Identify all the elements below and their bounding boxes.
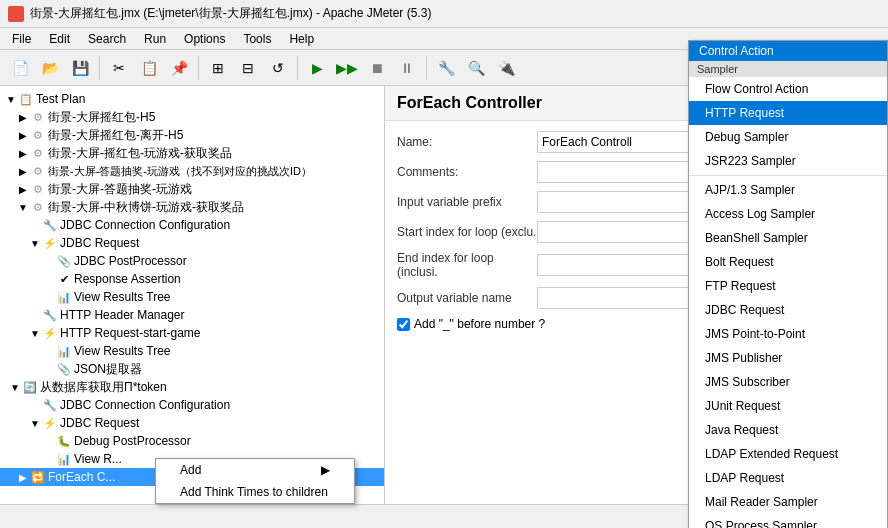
plan-icon: 📋 [18, 91, 34, 107]
remote-button[interactable]: 🔌 [492, 54, 520, 82]
java-request-item[interactable]: Java Request [689, 418, 887, 442]
tree-item-http-req-start[interactable]: ▼ ⚡ HTTP Request-start-game [0, 324, 384, 342]
tree-item-json-extract[interactable]: ▶ 📎 JSON提取器 [0, 360, 384, 378]
os-process-item[interactable]: OS Process Sampler [689, 514, 887, 528]
cut-button[interactable]: ✂ [105, 54, 133, 82]
save-button[interactable]: 💾 [66, 54, 94, 82]
tree-item-response-assert[interactable]: ▶ ✔ Response Assertion [0, 270, 384, 288]
reset-button[interactable]: ↺ [264, 54, 292, 82]
menu-sep-1 [689, 175, 887, 176]
junit-request-item[interactable]: JUnit Request [689, 394, 887, 418]
start-no-pause-button[interactable]: ▶▶ [333, 54, 361, 82]
expander-5[interactable]: ▶ [16, 182, 30, 196]
tree-item-jdbc-conn2[interactable]: ▶ 🔧 JDBC Connection Configuration [0, 396, 384, 414]
post-icon-2: 📎 [56, 361, 72, 377]
tree-item-6[interactable]: ▼ ⚙ 街景-大屏-中秋博饼-玩游戏-获取奖品 [0, 198, 384, 216]
sampler-submenu[interactable]: Control Action Sampler Flow Control Acti… [688, 40, 888, 528]
expander-db-extract[interactable]: ▼ [8, 380, 22, 394]
menu-options[interactable]: Options [176, 30, 233, 48]
run-button[interactable]: ▶ [303, 54, 331, 82]
config-icon-3: 🔧 [42, 397, 58, 413]
jms-point-item[interactable]: JMS Point-to-Point [689, 322, 887, 346]
ldap-request-item[interactable]: LDAP Request [689, 466, 887, 490]
expander-test-plan[interactable]: ▼ [4, 92, 18, 106]
tree-item-5[interactable]: ▶ ⚙ 街景-大屏-答题抽奖-玩游戏 [0, 180, 384, 198]
tree-item-jdbc-req2[interactable]: ▼ ⚡ JDBC Request [0, 414, 384, 432]
menu-file[interactable]: File [4, 30, 39, 48]
menu-tools[interactable]: Tools [235, 30, 279, 48]
tree-item-jdbc-conn[interactable]: ▶ 🔧 JDBC Connection Configuration [0, 216, 384, 234]
assert-icon: ✔ [56, 271, 72, 287]
toolbar-separator-2 [198, 56, 199, 80]
app-icon [8, 6, 24, 22]
http-request-item[interactable]: HTTP Request [689, 101, 887, 125]
add-underscore-checkbox[interactable] [397, 318, 410, 331]
flow-control-action-item[interactable]: Flow Control Action [689, 77, 887, 101]
sampler-icon-1: ⚡ [42, 235, 58, 251]
tree-item-3[interactable]: ▶ ⚙ 街景-大屏-摇红包-玩游戏-获取奖品 [0, 144, 384, 162]
bolt-request-item[interactable]: Bolt Request [689, 250, 887, 274]
expander-6[interactable]: ▼ [16, 200, 30, 214]
ldap-extended-item[interactable]: LDAP Extended Request [689, 442, 887, 466]
tree-item-4[interactable]: ▶ ⚙ 街景-大屏-答题抽奖-玩游戏（找不到对应的挑战次ID） [0, 162, 384, 180]
menu-edit[interactable]: Edit [41, 30, 78, 48]
menu-run[interactable]: Run [136, 30, 174, 48]
tree-item-view-results1[interactable]: ▶ 📊 View Results Tree [0, 288, 384, 306]
beanshell-sampler-item[interactable]: BeanShell Sampler [689, 226, 887, 250]
ftp-request-item[interactable]: FTP Request [689, 274, 887, 298]
tree-item-2[interactable]: ▶ ⚙ 街景-大屏摇红包-离开-H5 [0, 126, 384, 144]
start-index-label: Start index for loop (exclu. [397, 225, 537, 239]
end-index-label: End index for loop (inclusi. [397, 251, 537, 279]
title-text: 街景-大屏摇红包.jmx (E:\jmeter\街景-大屏摇红包.jmx) - … [30, 5, 431, 22]
expander-3[interactable]: ▶ [16, 146, 30, 160]
thread-icon-3: ⚙ [30, 145, 46, 161]
clear-button[interactable]: 🔧 [432, 54, 460, 82]
jms-publisher-item[interactable]: JMS Publisher [689, 346, 887, 370]
shutdown-button[interactable]: ⏸ [393, 54, 421, 82]
expander-1[interactable]: ▶ [16, 110, 30, 124]
expander-jdbc-req2[interactable]: ▼ [28, 416, 42, 430]
stop-button[interactable]: ⏹ [363, 54, 391, 82]
open-button[interactable]: 📂 [36, 54, 64, 82]
bottom-context-menu[interactable]: Add ▶ Add Think Times to children [155, 458, 355, 504]
thread-icon-5: ⚙ [30, 181, 46, 197]
tree-item-1[interactable]: ▶ ⚙ 街景-大屏摇红包-H5 [0, 108, 384, 126]
expander-4[interactable]: ▶ [16, 164, 30, 178]
add-menu-item[interactable]: Add ▶ [156, 459, 354, 481]
listener-icon-3: 📊 [56, 451, 72, 467]
thread-icon-4: ⚙ [30, 163, 46, 179]
jms-subscriber-item[interactable]: JMS Subscriber [689, 370, 887, 394]
expander-jdbc-req[interactable]: ▼ [28, 236, 42, 250]
mail-reader-item[interactable]: Mail Reader Sampler [689, 490, 887, 514]
paste-button[interactable]: 📌 [165, 54, 193, 82]
collapse-button[interactable]: ⊟ [234, 54, 262, 82]
find-button[interactable]: 🔍 [462, 54, 490, 82]
tree-item-view-results2[interactable]: ▶ 📊 View Results Tree [0, 342, 384, 360]
add-underscore-label: Add "_" before number ? [414, 317, 545, 331]
tree-item-db-extract[interactable]: ▼ 🔄 从数据库获取用Π*token [0, 378, 384, 396]
jdbc-request-item[interactable]: JDBC Request [689, 298, 887, 322]
tree-item-test-plan[interactable]: ▼ 📋 Test Plan [0, 90, 384, 108]
tree-item-jdbc-post[interactable]: ▶ 📎 JDBC PostProcessor [0, 252, 384, 270]
expander-http-req-start[interactable]: ▼ [28, 326, 42, 340]
listener-icon-2: 📊 [56, 343, 72, 359]
name-label: Name: [397, 135, 537, 149]
tree-item-jdbc-post2[interactable]: ▶ 🐛 Debug PostProcessor [0, 432, 384, 450]
copy-button[interactable]: 📋 [135, 54, 163, 82]
post-icon-1: 📎 [56, 253, 72, 269]
add-think-times-item[interactable]: Add Think Times to children [156, 481, 354, 503]
ajp-sampler-item[interactable]: AJP/1.3 Sampler [689, 178, 887, 202]
tree-item-jdbc-req[interactable]: ▼ ⚡ JDBC Request [0, 234, 384, 252]
access-log-sampler-item[interactable]: Access Log Sampler [689, 202, 887, 226]
new-button[interactable]: 📄 [6, 54, 34, 82]
menu-help[interactable]: Help [281, 30, 322, 48]
thread-icon-2: ⚙ [30, 127, 46, 143]
expand-button[interactable]: ⊞ [204, 54, 232, 82]
jsr223-sampler-item[interactable]: JSR223 Sampler [689, 149, 887, 173]
debug-sampler-item[interactable]: Debug Sampler [689, 125, 887, 149]
expander-foreach[interactable]: ▶ [16, 470, 30, 484]
menu-search[interactable]: Search [80, 30, 134, 48]
tree-item-http-header[interactable]: ▶ 🔧 HTTP Header Manager [0, 306, 384, 324]
expander-2[interactable]: ▶ [16, 128, 30, 142]
toolbar-separator-4 [426, 56, 427, 80]
